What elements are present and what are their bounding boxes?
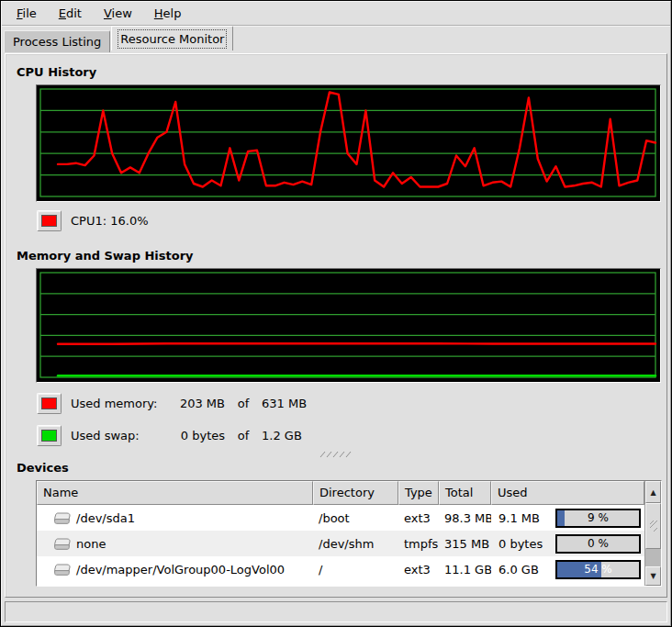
menu-edit[interactable]: Edit bbox=[51, 4, 89, 23]
memory-color-swatch bbox=[41, 397, 57, 409]
used-memory-value: 203 MB bbox=[168, 397, 225, 410]
device-total: 98.3 MB bbox=[439, 511, 491, 525]
column-header-total[interactable]: Total bbox=[439, 481, 491, 505]
app-window: File Edit View Help Process Listing Reso… bbox=[1, 1, 671, 626]
device-used: 6.0 GB bbox=[497, 563, 548, 577]
drive-icon bbox=[53, 537, 72, 551]
used-percent-bar: 0 % bbox=[555, 534, 641, 554]
cpu-history-plot bbox=[37, 85, 660, 201]
tab-bar: Process Listing Resource Monitor bbox=[2, 26, 670, 50]
drive-icon bbox=[53, 563, 72, 577]
swap-color-swatch bbox=[41, 430, 57, 442]
scrollbar-track[interactable] bbox=[645, 549, 661, 566]
device-directory: /dev/shm bbox=[313, 537, 398, 551]
menu-view[interactable]: View bbox=[96, 4, 140, 23]
devices-table-header: Name Directory Type Total Used bbox=[37, 481, 644, 505]
device-name: /dev/mapper/VolGroup00-LogVol00 bbox=[76, 563, 285, 577]
scrollbar-thumb[interactable] bbox=[645, 503, 661, 549]
cpu-history-chart bbox=[36, 84, 661, 202]
swap-legend: Used swap: 0 bytes of 1.2 GB bbox=[37, 424, 666, 446]
scrollbar-grip-icon bbox=[649, 520, 658, 532]
used-percent-bar: 9 % bbox=[555, 509, 641, 528]
menu-file[interactable]: File bbox=[9, 4, 44, 23]
tab-resource-monitor[interactable]: Resource Monitor bbox=[111, 26, 233, 50]
column-header-used[interactable]: Used bbox=[491, 481, 644, 505]
used-swap-label: Used swap: bbox=[71, 429, 168, 442]
scrollbar-down-button[interactable]: ▼ bbox=[645, 566, 661, 586]
memory-legend: Used memory: 203 MB of 631 MB bbox=[37, 392, 666, 414]
used-swap-of: of bbox=[225, 429, 262, 442]
cpu-legend: CPU1: 16.0% bbox=[37, 209, 666, 231]
pane-resize-handle[interactable] bbox=[6, 450, 666, 459]
used-percent-label: 0 % bbox=[557, 536, 639, 552]
device-used: 0 bytes bbox=[497, 537, 548, 551]
devices-title: Devices bbox=[17, 461, 666, 475]
cpu-history-title: CPU History bbox=[17, 65, 666, 79]
column-header-type[interactable]: Type bbox=[398, 481, 439, 505]
device-used: 9.1 MB bbox=[497, 511, 548, 525]
scrollbar-up-button[interactable]: ▲ bbox=[645, 481, 661, 503]
tab-process-listing[interactable]: Process Listing bbox=[4, 30, 110, 52]
device-directory: / bbox=[313, 563, 398, 577]
device-row-none[interactable]: none /dev/shm tmpfs 315 MB 0 bytes 0 % bbox=[37, 531, 644, 556]
swap-color-button[interactable] bbox=[37, 425, 62, 446]
used-percent-label: 54 % bbox=[557, 562, 639, 577]
device-total: 11.1 GB bbox=[439, 563, 491, 577]
memory-history-title: Memory and Swap History bbox=[17, 249, 666, 263]
memory-history-chart bbox=[36, 268, 661, 383]
device-type: ext3 bbox=[398, 563, 439, 577]
column-header-directory[interactable]: Directory bbox=[313, 481, 398, 505]
device-name: /dev/sda1 bbox=[76, 511, 135, 525]
tab-process-listing-label: Process Listing bbox=[13, 35, 101, 49]
pane-handle-grip-icon bbox=[318, 451, 354, 458]
status-bar bbox=[5, 601, 667, 622]
used-swap-value: 0 bytes bbox=[168, 429, 225, 442]
drive-icon bbox=[53, 511, 72, 525]
resource-monitor-page: CPU History CPU1: 16.0% Memory and Swap … bbox=[5, 53, 667, 598]
device-directory: /boot bbox=[313, 511, 398, 525]
devices-vertical-scrollbar: ▲ ▼ bbox=[644, 481, 661, 586]
device-type: tmpfs bbox=[398, 537, 439, 551]
column-header-name[interactable]: Name bbox=[37, 481, 313, 505]
used-memory-label: Used memory: bbox=[71, 397, 168, 410]
menubar: File Edit View Help bbox=[2, 2, 670, 26]
memory-color-button[interactable] bbox=[37, 393, 62, 414]
used-memory-of: of bbox=[225, 397, 262, 410]
devices-table: Name Directory Type Total Used /dev/sd bbox=[36, 480, 662, 587]
total-memory-value: 631 MB bbox=[262, 397, 307, 410]
cpu1-color-swatch bbox=[41, 215, 57, 227]
device-name: none bbox=[76, 537, 106, 551]
device-type: ext3 bbox=[398, 511, 439, 525]
device-row-volgroup[interactable]: /dev/mapper/VolGroup00-LogVol00 / ext3 1… bbox=[37, 556, 644, 582]
total-swap-value: 1.2 GB bbox=[262, 429, 302, 442]
device-total: 315 MB bbox=[439, 537, 491, 551]
cpu1-color-button[interactable] bbox=[37, 210, 62, 231]
cpu1-usage-label: CPU1: 16.0% bbox=[71, 214, 149, 228]
memory-history-plot bbox=[37, 269, 660, 382]
device-row-sda1[interactable]: /dev/sda1 /boot ext3 98.3 MB 9.1 MB 9 % bbox=[37, 505, 644, 531]
used-percent-label: 9 % bbox=[557, 510, 639, 526]
tab-resource-monitor-label: Resource Monitor bbox=[120, 32, 224, 46]
used-percent-bar: 54 % bbox=[555, 560, 641, 579]
menu-help[interactable]: Help bbox=[147, 4, 189, 23]
